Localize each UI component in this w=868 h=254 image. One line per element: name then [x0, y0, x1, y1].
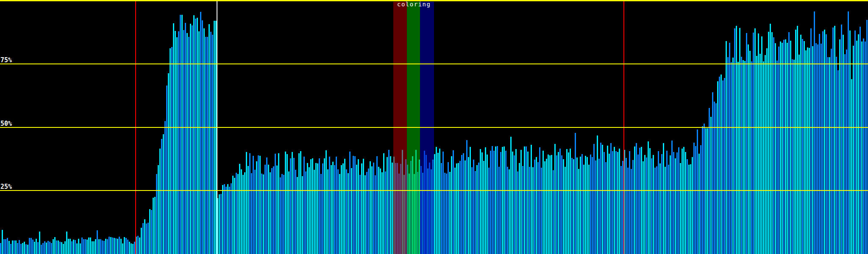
labels-layer: coloring 75%50%25% [0, 0, 868, 254]
y-tick-label-75: 75% [0, 57, 12, 64]
y-tick-label-50: 50% [0, 120, 12, 127]
coloring-band-label: coloring [397, 1, 431, 7]
usage-timeline-chart: coloring 75%50%25% [0, 0, 868, 254]
y-tick-label-25: 25% [0, 183, 12, 190]
